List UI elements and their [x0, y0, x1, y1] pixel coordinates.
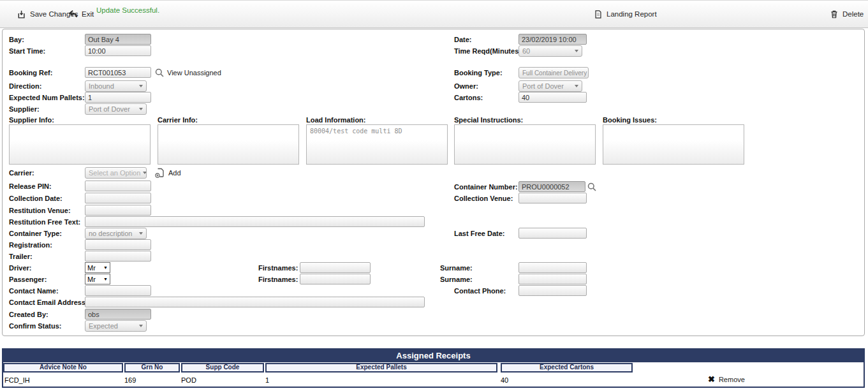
driver-label: Driver:: [9, 262, 31, 274]
cell-expected-cartons: 40: [501, 376, 508, 384]
passenger-title-value: Mr: [87, 276, 96, 283]
select-arrow-icon: ▼: [103, 277, 108, 281]
assigned-receipts-panel: Assigned Receipts Advice Note No Grn No …: [2, 348, 865, 388]
cell-grn-no: 169: [124, 376, 136, 384]
container-type-label: Container Type:: [9, 228, 62, 239]
booking-ref-input[interactable]: [85, 67, 151, 78]
cartons-input[interactable]: [519, 92, 587, 103]
restitution-venue-input[interactable]: [85, 205, 151, 216]
chevron-down-icon: [575, 85, 578, 87]
restitution-free-text-label: Restitution Free Text:: [9, 216, 80, 228]
driver-firstnames-input[interactable]: [300, 262, 371, 273]
booking-ref-label: Booking Ref:: [9, 67, 52, 78]
carrier-placeholder: Select an Option: [89, 169, 140, 177]
registration-input[interactable]: [85, 239, 151, 250]
passenger-surname-label: Surname:: [440, 274, 473, 285]
passenger-title-select[interactable]: Mr ▼: [85, 274, 110, 284]
restitution-free-text-input[interactable]: [85, 216, 425, 227]
document-icon: [594, 10, 603, 19]
registration-label: Registration:: [9, 239, 52, 251]
supplier-dropdown[interactable]: Port of Dover: [85, 103, 147, 115]
owner-dropdown[interactable]: Port of Dover: [519, 80, 582, 92]
column-header-grn-no[interactable]: Grn No: [124, 363, 180, 373]
expected-num-pallets-label: Expected Num Pallets:: [9, 92, 85, 103]
container-type-value: no description: [89, 230, 133, 237]
start-time-input[interactable]: [85, 45, 151, 56]
chevron-down-icon: [139, 108, 143, 110]
add-carrier-button[interactable]: Add: [155, 167, 181, 179]
exit-icon: [68, 10, 78, 18]
landing-report-button[interactable]: Landing Report: [594, 8, 657, 20]
contact-phone-label: Contact Phone:: [454, 285, 506, 297]
add-icon: [155, 168, 165, 178]
carrier-info-textarea[interactable]: [158, 124, 299, 165]
owner-label: Owner:: [454, 80, 478, 92]
passenger-firstnames-label: Firstnames:: [258, 274, 298, 285]
contact-email-label: Contact Email Address:: [9, 297, 88, 308]
chevron-down-icon: [143, 172, 147, 174]
release-pin-input[interactable]: [85, 181, 151, 191]
direction-dropdown[interactable]: Inbound: [85, 80, 147, 92]
column-header-supp-code[interactable]: Supp Code: [181, 363, 264, 373]
confirm-status-dropdown[interactable]: Expected: [85, 320, 147, 332]
contact-email-input[interactable]: [85, 297, 425, 307]
collection-date-label: Collection Date:: [9, 193, 63, 204]
column-header-expected-pallets[interactable]: Expected Pallets: [265, 363, 497, 373]
exit-button[interactable]: Exit: [68, 8, 94, 20]
trailer-input[interactable]: [85, 251, 151, 262]
booking-type-dropdown[interactable]: Full Container Delivery: [519, 67, 589, 78]
remove-receipt-button[interactable]: ✖ Remove: [708, 375, 745, 384]
direction-label: Direction:: [9, 80, 41, 92]
remove-x-icon: ✖: [708, 375, 715, 384]
container-type-dropdown[interactable]: no description: [85, 228, 147, 239]
start-time-label: Start Time:: [9, 45, 45, 57]
driver-title-select[interactable]: Mr ▼: [85, 262, 110, 273]
last-free-date-input[interactable]: [519, 228, 587, 239]
search-icon[interactable]: [587, 182, 597, 192]
passenger-firstnames-input[interactable]: [300, 274, 371, 284]
select-arrow-icon: ▼: [103, 265, 108, 270]
search-icon[interactable]: [154, 68, 165, 78]
passenger-surname-input[interactable]: [519, 274, 587, 284]
confirm-status-value: Expected: [89, 322, 118, 330]
driver-surname-input[interactable]: [519, 262, 587, 273]
time-reqd-dropdown[interactable]: 60: [519, 45, 582, 57]
driver-surname-label: Surname:: [440, 262, 473, 274]
cell-supp-code: POD: [181, 376, 196, 384]
trash-icon: [830, 10, 839, 19]
driver-title-value: Mr: [87, 264, 96, 272]
chevron-down-icon: [139, 325, 143, 327]
supplier-info-textarea[interactable]: [9, 124, 151, 165]
carrier-label: Carrier:: [9, 167, 34, 179]
time-reqd-label: Time Reqd(Minutes):: [454, 45, 524, 57]
booking-issues-textarea[interactable]: [603, 124, 744, 165]
delete-button[interactable]: Delete: [830, 8, 864, 20]
booking-type-label: Booking Type:: [454, 67, 503, 78]
special-instructions-textarea[interactable]: [454, 124, 596, 165]
exit-label: Exit: [82, 10, 94, 18]
trailer-label: Trailer:: [9, 251, 33, 262]
container-number-field: [519, 181, 585, 192]
collection-venue-input[interactable]: [519, 193, 587, 203]
table-row: FCD_IH 169 POD 1 40 ✖ Remove: [3, 374, 864, 387]
contact-phone-input[interactable]: [519, 285, 587, 296]
load-information-textarea[interactable]: 80004/test code multi 8D: [306, 124, 448, 165]
bay-field: [85, 34, 151, 45]
contact-name-input[interactable]: [85, 285, 151, 296]
column-header-expected-cartons[interactable]: Expected Cartons: [501, 363, 633, 373]
column-header-advice-note-no[interactable]: Advice Note No: [3, 363, 123, 373]
carrier-dropdown[interactable]: Select an Option: [85, 167, 147, 179]
chevron-down-icon: [575, 50, 578, 52]
chevron-down-icon: [139, 85, 143, 87]
expected-num-pallets-input[interactable]: [85, 92, 151, 103]
restitution-venue-label: Restitution Venue:: [9, 205, 71, 216]
view-unassigned-label: View Unassigned: [167, 69, 221, 77]
created-by-field: [85, 309, 151, 320]
landing-report-label: Landing Report: [607, 10, 657, 18]
booking-type-value: Full Container Delivery: [522, 70, 587, 77]
collection-date-input[interactable]: [85, 193, 151, 203]
view-unassigned-link[interactable]: View Unassigned: [167, 67, 221, 78]
collection-venue-label: Collection Venue:: [454, 193, 513, 204]
add-label: Add: [168, 169, 181, 177]
created-by-label: Created By:: [9, 309, 48, 320]
